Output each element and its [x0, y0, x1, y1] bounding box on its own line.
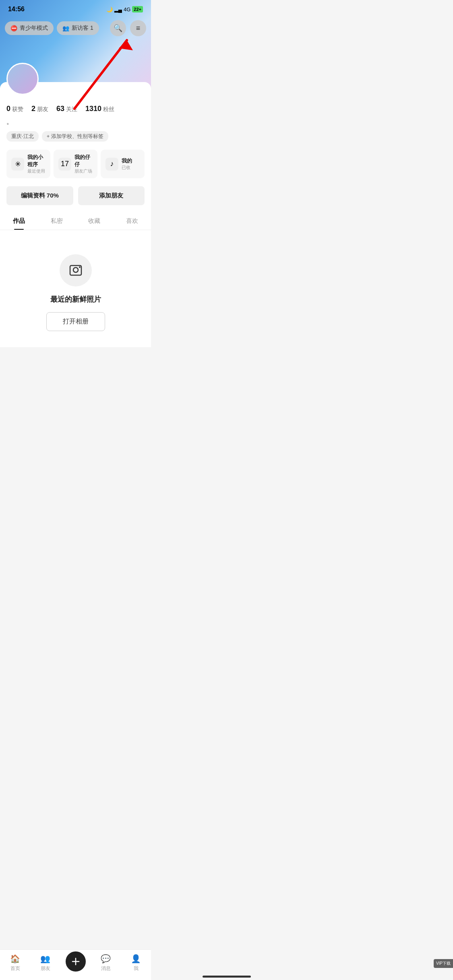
search-button[interactable]: 🔍 [110, 20, 126, 36]
tab-item-私密[interactable]: 私密 [38, 212, 76, 230]
stat-item[interactable]: 1310粉丝 [85, 105, 114, 113]
nav-left: ⛔ 青少年模式 👥 新访客 1 [5, 21, 99, 35]
stats-row: 0获赞2朋友63关注1310粉丝 [6, 100, 145, 116]
mini-app-icon: ✳ [11, 158, 24, 171]
avatar-area [6, 63, 39, 95]
signal-bars: ▂▄ [114, 6, 122, 12]
stat-label: 获赞 [12, 106, 23, 113]
visitor-icon: 👥 [62, 25, 69, 31]
mini-app-sub: 最近使用 [27, 168, 46, 174]
add-tag-button[interactable]: + 添加学校、性别等标签 [42, 131, 108, 142]
open-album-button[interactable]: 打开相册 [46, 312, 105, 331]
svg-point-3 [73, 268, 78, 272]
mini-app-name: 我的仔仔 [74, 154, 93, 168]
profile-card: 0获赞2朋友63关注1310粉丝 。 重庆·江北 + 添加学校、性别等标签 ✳ … [0, 82, 151, 212]
new-visitor-button[interactable]: 👥 新访客 1 [57, 21, 99, 35]
empty-title: 最近的新鲜照片 [50, 294, 101, 304]
network-type: 4G [124, 6, 130, 12]
battery-icon: 22+ [132, 6, 143, 12]
menu-icon: ≡ [136, 24, 141, 33]
edit-profile-button[interactable]: 编辑资料 70% [6, 186, 73, 205]
mini-apps-row: ✳ 我的小程序 最近使用 17 我的仔仔 朋友广场 ♪ 我的 已收 [6, 146, 145, 183]
stat-num: 1310 [85, 105, 101, 113]
tabs-row: 作品私密收藏喜欢 [0, 212, 151, 230]
mini-app-text: 我的仔仔 朋友广场 [74, 154, 93, 174]
new-visitor-label: 新访客 1 [72, 25, 93, 32]
youth-mode-button[interactable]: ⛔ 青少年模式 [5, 21, 54, 35]
moon-icon: 🌙 [106, 6, 113, 12]
stat-label: 朋友 [37, 106, 48, 113]
stat-item[interactable]: 0获赞 [6, 105, 23, 113]
add-friend-button[interactable]: 添加朋友 [78, 186, 145, 205]
mini-app-icon: ♪ [105, 158, 118, 171]
stat-num: 2 [31, 105, 35, 113]
tab-item-作品[interactable]: 作品 [0, 212, 38, 230]
stat-label: 粉丝 [103, 106, 114, 113]
mini-app-name: 我的小程序 [27, 154, 46, 168]
stat-num: 0 [6, 105, 10, 113]
stat-item[interactable]: 2朋友 [31, 105, 48, 113]
mini-app-icon: 17 [58, 158, 71, 171]
mini-app-item[interactable]: ♪ 我的 已收 [101, 150, 145, 178]
stat-item[interactable]: 63关注 [56, 105, 77, 113]
mini-app-text: 我的 已收 [122, 157, 132, 171]
tab-item-喜欢[interactable]: 喜欢 [113, 212, 151, 230]
menu-button[interactable]: ≡ [130, 20, 146, 36]
stat-num: 63 [56, 105, 64, 113]
avatar[interactable] [6, 63, 39, 95]
mini-app-item[interactable]: 17 我的仔仔 朋友广场 [54, 150, 97, 178]
nav-right: 🔍 ≡ [110, 20, 146, 36]
mini-app-sub: 朋友广场 [74, 168, 93, 174]
youth-mode-icon: ⛔ [10, 25, 17, 31]
status-bar: 14:56 🌙 ▂▄ 4G 22+ [0, 0, 151, 16]
empty-icon-circle [60, 254, 92, 286]
action-buttons: 编辑资料 70% 添加朋友 [6, 183, 145, 212]
dot-text: 。 [6, 118, 13, 125]
tags-row: 重庆·江北 + 添加学校、性别等标签 [6, 128, 145, 146]
svg-point-4 [79, 266, 81, 268]
mini-app-text: 我的小程序 最近使用 [27, 154, 46, 174]
youth-mode-label: 青少年模式 [20, 25, 48, 32]
mini-app-sub: 已收 [122, 165, 132, 171]
dot-row: 。 [6, 116, 145, 128]
tab-item-收藏[interactable]: 收藏 [76, 212, 114, 230]
status-icons: 🌙 ▂▄ 4G 22+ [106, 6, 143, 12]
stat-label: 关注 [66, 106, 77, 113]
location-tag[interactable]: 重庆·江北 [6, 131, 39, 142]
empty-state: 最近的新鲜照片 打开相册 [0, 230, 151, 347]
search-icon: 🔍 [114, 24, 122, 33]
mini-app-name: 我的 [122, 157, 132, 165]
mini-app-item[interactable]: ✳ 我的小程序 最近使用 [6, 150, 50, 178]
status-time: 14:56 [8, 6, 25, 13]
